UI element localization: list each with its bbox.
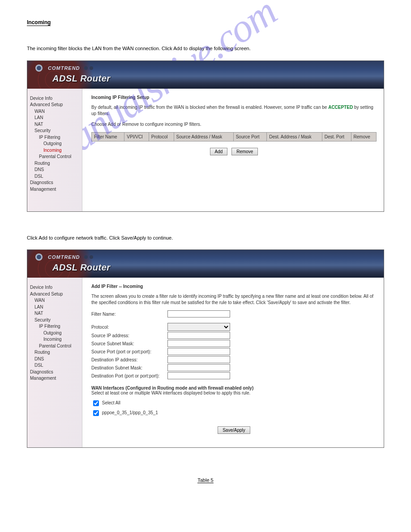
src-ip-input[interactable]	[167, 332, 230, 339]
sidebar-item-nat[interactable]: NAT	[34, 121, 79, 128]
sidebar-item-routing[interactable]: Routing	[34, 160, 79, 167]
dst-mask-label: Destination Subnet Mask:	[91, 365, 167, 370]
sidebar-item-dns[interactable]: DNS	[34, 356, 79, 363]
sidebar-item-ip-filtering[interactable]: IP Filtering	[39, 134, 79, 141]
sidebar-item-diagnostics[interactable]: Diagnostics	[30, 369, 79, 376]
router-window-incoming-list: COMTREND ADSL Router Device InfoAdvanced…	[27, 60, 384, 212]
sidebar-item-dns[interactable]: DNS	[34, 167, 79, 173]
svg-point-11	[90, 255, 93, 259]
sidebar-item-lan[interactable]: LAN	[34, 304, 79, 311]
sidebar-item-outgoing[interactable]: Outgoing	[43, 330, 79, 337]
sidebar-item-security[interactable]: Security	[34, 128, 79, 134]
sidebar-item-wan[interactable]: WAN	[34, 297, 79, 304]
dst-mask-input[interactable]	[167, 364, 230, 371]
sidebar-item-device-info[interactable]: Device Info	[30, 284, 79, 291]
sidebar-item-device-info[interactable]: Device Info	[30, 95, 79, 102]
column-header: Remove	[351, 132, 376, 141]
accepted-label: ACCEPTED	[328, 105, 353, 110]
iface-checkbox[interactable]	[93, 410, 99, 416]
wan-sub: Select at least one or multiple WAN inte…	[91, 390, 377, 395]
section-intro: The incoming filter blocks the LAN from …	[27, 45, 384, 52]
sidebar-item-ip-filtering[interactable]: IP Filtering	[39, 323, 79, 330]
sidebar-item-nat[interactable]: NAT	[34, 310, 79, 317]
filter-name-label: Filter Name:	[91, 312, 167, 317]
column-header: Filter Name	[92, 132, 124, 141]
router-window-add-filter: COMTREND ADSL Router Device InfoAdvanced…	[27, 249, 384, 448]
sidebar-item-diagnostics[interactable]: Diagnostics	[30, 180, 79, 186]
dst-ip-label: Destination IP address:	[91, 357, 167, 362]
page-title: Add IP Filter -- Incoming	[91, 284, 377, 289]
wan-heading: WAN Interfaces (Configured in Routing mo…	[91, 386, 377, 390]
remove-button[interactable]: Remove	[231, 148, 258, 155]
router-header: COMTREND ADSL Router	[27, 250, 384, 278]
sidebar-item-parental-control[interactable]: Parental Control	[39, 154, 79, 160]
sidebar-item-advanced-setup[interactable]: Advanced Setup	[30, 102, 79, 108]
svg-point-10	[84, 255, 88, 259]
select-all-checkbox[interactable]	[93, 400, 99, 406]
brand-label: COMTREND	[48, 254, 94, 260]
svg-point-5	[90, 66, 93, 70]
desc-text: The screen allows you to create a filter…	[91, 293, 377, 306]
protocol-select[interactable]	[167, 323, 230, 331]
table-reference: Table 5	[197, 477, 213, 483]
src-port-input[interactable]	[167, 348, 230, 355]
sidebar-item-advanced-setup[interactable]: Advanced Setup	[30, 291, 79, 298]
main-panel: Add IP Filter -- Incoming The screen all…	[82, 278, 384, 447]
dst-port-input[interactable]	[167, 372, 230, 379]
sidebar-item-routing[interactable]: Routing	[34, 349, 79, 356]
src-ip-label: Source IP address:	[91, 333, 167, 338]
page-title: Incoming IP Filtering Setup	[91, 95, 377, 100]
column-header: Dest. Port	[322, 132, 351, 141]
filter-table: Filter NameVPI/VCIProtocolSource Address…	[91, 132, 377, 142]
sidebar-item-security[interactable]: Security	[34, 317, 79, 324]
select-all-label: Select All	[102, 400, 120, 405]
sidebar-item-incoming[interactable]: Incoming	[43, 147, 79, 154]
sidebar-item-outgoing[interactable]: Outgoing	[43, 141, 79, 147]
product-label: ADSL Router	[52, 262, 111, 273]
sidebar-item-wan[interactable]: WAN	[34, 108, 79, 115]
svg-point-3	[37, 66, 41, 70]
sidebar-item-dsl[interactable]: DSL	[34, 173, 79, 180]
save-apply-button[interactable]: Save/Apply	[218, 426, 250, 434]
column-header: Protocol	[149, 132, 174, 141]
sidebar-item-lan[interactable]: LAN	[34, 115, 79, 121]
column-header: Source Port	[233, 132, 267, 141]
column-header: VPI/VCI	[124, 132, 149, 141]
column-header: Source Address / Mask	[174, 132, 233, 141]
brand-label: COMTREND	[48, 65, 94, 71]
svg-point-4	[84, 66, 88, 70]
sidebar-item-management[interactable]: Management	[30, 186, 79, 193]
sidebar: Device InfoAdvanced SetupWANLANNATSecuri…	[27, 89, 82, 211]
main-panel: Incoming IP Filtering Setup By default, …	[82, 89, 384, 211]
svg-point-9	[37, 255, 41, 259]
protocol-label: Protocol:	[91, 325, 167, 330]
product-label: ADSL Router	[52, 73, 111, 84]
iface-label: pppoe_0_35_1/ppp_0_35_1	[102, 410, 158, 415]
sidebar: Device InfoAdvanced SetupWANLANNATSecuri…	[27, 278, 82, 447]
sidebar-item-incoming[interactable]: Incoming	[43, 336, 79, 343]
src-mask-input[interactable]	[167, 340, 230, 347]
filter-name-input[interactable]	[167, 310, 230, 317]
after-text: Click Add to configure network traffic. …	[27, 234, 384, 242]
src-port-label: Source Port (port or port:port):	[91, 349, 167, 354]
src-mask-label: Source Subnet Mask:	[91, 341, 167, 346]
add-button[interactable]: Add	[210, 148, 228, 155]
sidebar-item-parental-control[interactable]: Parental Control	[39, 343, 79, 350]
dst-port-label: Destination Port (port or port:port):	[91, 373, 167, 378]
column-header: Dest. Address / Mask	[267, 132, 322, 141]
sidebar-item-management[interactable]: Management	[30, 375, 79, 382]
desc-text: By default, all incoming IP traffic from…	[91, 104, 377, 117]
sidebar-item-dsl[interactable]: DSL	[34, 362, 79, 369]
section-heading: Incoming	[27, 19, 51, 26]
desc-text-2: Choose Add or Remove to configure incomi…	[91, 121, 377, 128]
dst-ip-input[interactable]	[167, 356, 230, 363]
router-header: COMTREND ADSL Router	[27, 61, 384, 89]
